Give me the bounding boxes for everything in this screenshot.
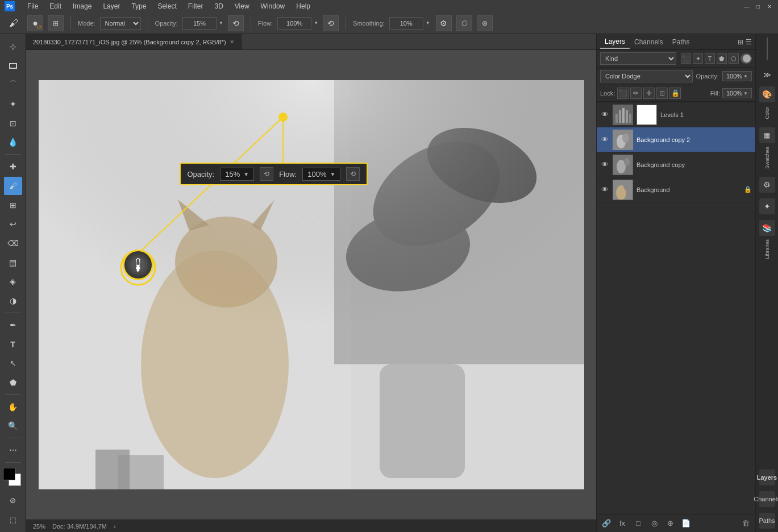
- healing-btn[interactable]: ✚: [4, 157, 22, 176]
- opacity-jitter-button[interactable]: ⟲: [228, 15, 244, 31]
- layer-item-bg-copy2[interactable]: 👁 Background copy 2: [597, 127, 755, 152]
- menu-3d[interactable]: 3D: [213, 2, 224, 10]
- maximize-button[interactable]: □: [754, 2, 762, 10]
- pen-btn[interactable]: ✒: [4, 316, 22, 334]
- brush-pressure-button[interactable]: ⬡: [456, 15, 472, 31]
- blend-opacity-value[interactable]: 100% ▼: [722, 71, 752, 81]
- menu-layer[interactable]: Layer: [102, 2, 121, 10]
- blur-btn[interactable]: ◈: [4, 273, 22, 291]
- brush-tool-btn[interactable]: 🖌: [4, 177, 22, 195]
- visibility-levels1-icon[interactable]: 👁: [600, 110, 609, 119]
- tab-close-button[interactable]: ✕: [230, 39, 234, 45]
- path-select-btn[interactable]: ↖: [4, 354, 22, 372]
- marquee-tool-btn[interactable]: [4, 57, 22, 75]
- visibility-bg-icon[interactable]: 👁: [600, 185, 609, 194]
- more-tools-btn[interactable]: ⋯: [4, 441, 22, 459]
- flow-value[interactable]: 100%: [277, 17, 311, 30]
- kind-select[interactable]: Kind: [600, 52, 676, 65]
- fill-value[interactable]: 100% ▼: [722, 88, 752, 98]
- collapse-panel-btn[interactable]: ≫: [759, 66, 776, 83]
- layers-tab[interactable]: Layers: [600, 35, 630, 49]
- blend-mode-select[interactable]: Color Dodge Normal Multiply: [600, 70, 693, 82]
- move-tool-btn[interactable]: ⊹: [4, 38, 22, 56]
- eyedropper-btn[interactable]: 💧: [4, 134, 22, 152]
- filter-toggle[interactable]: [740, 53, 752, 64]
- libraries-panel-label[interactable]: Libraries: [764, 239, 770, 259]
- swatches-panel-label[interactable]: Swatches: [764, 147, 770, 169]
- group-btn[interactable]: ⊕: [664, 517, 676, 530]
- menu-file[interactable]: File: [26, 2, 39, 10]
- menu-select[interactable]: Select: [156, 2, 177, 10]
- tool-preset-button[interactable]: 🖌: [5, 14, 23, 32]
- layer-item-background[interactable]: 👁 Background 🔒: [597, 177, 755, 202]
- gradient-btn[interactable]: ▤: [4, 253, 22, 272]
- smoothing-dropdown-arrow[interactable]: ▼: [426, 20, 430, 26]
- link-layers-btn[interactable]: 🔗: [600, 517, 613, 530]
- menu-filter[interactable]: Filter: [187, 2, 205, 10]
- brush-toggle-button[interactable]: ⊞: [48, 15, 64, 31]
- type-filter-icon[interactable]: T: [705, 53, 715, 64]
- zoom-btn[interactable]: 🔍: [4, 417, 22, 435]
- smart-filter-icon[interactable]: ⬡: [729, 53, 739, 64]
- menu-help[interactable]: Help: [295, 2, 311, 10]
- panel-menu-icon[interactable]: ☰: [746, 38, 752, 46]
- eraser-btn[interactable]: ⌫: [4, 234, 22, 252]
- adjustment-btn[interactable]: ◎: [648, 517, 660, 530]
- brush-symmetry-button[interactable]: ⊛: [477, 15, 493, 31]
- layers-side-btn[interactable]: Layers: [759, 469, 775, 485]
- dodge-btn[interactable]: ◑: [4, 292, 22, 310]
- smoothing-value[interactable]: 10%: [389, 17, 423, 30]
- channels-tab[interactable]: Channels: [630, 36, 668, 48]
- menu-edit[interactable]: Edit: [48, 2, 63, 10]
- menu-window[interactable]: Window: [260, 2, 286, 10]
- layer-effects-btn[interactable]: fx: [616, 517, 629, 530]
- layer-item-bg-copy[interactable]: 👁 Background copy: [597, 152, 755, 177]
- menu-view[interactable]: View: [234, 2, 251, 10]
- lock-all-icon[interactable]: 🔒: [669, 88, 681, 99]
- lock-pixels-icon[interactable]: ⬛: [617, 88, 629, 99]
- pixel-filter-icon[interactable]: ⬛: [681, 53, 691, 64]
- shape-btn[interactable]: ⬟: [4, 373, 22, 392]
- visibility-bgcopy-icon[interactable]: 👁: [600, 160, 609, 169]
- panel-expand-icon[interactable]: ⊞: [738, 38, 743, 46]
- color-panel-btn[interactable]: 🎨: [759, 86, 775, 102]
- adjustments-panel-btn[interactable]: ✦: [759, 198, 775, 214]
- minimize-button[interactable]: —: [743, 2, 751, 10]
- flow-jitter-button[interactable]: ⟲: [323, 15, 339, 31]
- swatches-panel-btn[interactable]: ▦: [759, 127, 775, 143]
- lock-artboard-icon[interactable]: ⊡: [656, 88, 668, 99]
- screen-mode-btn[interactable]: ⬚: [4, 510, 22, 529]
- properties-panel-btn[interactable]: ⚙: [759, 177, 775, 193]
- menu-type[interactable]: Type: [130, 2, 147, 10]
- smoothing-settings-button[interactable]: ⚙: [436, 15, 452, 31]
- channels-side-btn[interactable]: Channels: [759, 491, 775, 507]
- quick-select-btn[interactable]: ✦: [4, 95, 22, 113]
- color-panel-label[interactable]: Color: [764, 107, 770, 119]
- libraries-panel-btn[interactable]: 📚: [759, 220, 775, 236]
- canvas-wrapper[interactable]: 🖌 Opacity: 15% ▼ ⟲ Flow: 100% ▼: [26, 50, 596, 519]
- new-layer-btn[interactable]: 📄: [680, 517, 692, 530]
- text-btn[interactable]: T: [4, 335, 22, 354]
- lock-move-icon[interactable]: ✛: [643, 88, 655, 99]
- paths-tab[interactable]: Paths: [668, 36, 694, 48]
- foreground-color[interactable]: [3, 468, 15, 480]
- close-button[interactable]: ✕: [765, 2, 773, 10]
- document-tab[interactable]: 20180330_172737171_iOS.jpg @ 25% (Backgr…: [26, 34, 242, 49]
- mode-select[interactable]: Normal Dissolve Multiply Screen: [100, 17, 141, 30]
- hand-btn[interactable]: ✋: [4, 398, 22, 416]
- crop-tool-btn[interactable]: ⊡: [4, 114, 22, 132]
- history-brush-btn[interactable]: ↩: [4, 215, 22, 233]
- add-mask-btn[interactable]: □: [632, 517, 644, 530]
- visibility-bgcopy2-icon[interactable]: 👁: [600, 135, 609, 144]
- delete-layer-btn[interactable]: 🗑: [739, 517, 752, 530]
- opacity-value[interactable]: 15%: [182, 17, 217, 30]
- paths-side-btn[interactable]: Paths: [759, 513, 775, 529]
- brush-size-button[interactable]: ● 13: [27, 15, 43, 31]
- flow-dropdown-arrow[interactable]: ▼: [314, 20, 318, 26]
- clone-btn[interactable]: ⊞: [4, 196, 22, 214]
- layer-item-levels1[interactable]: 👁 Levels 1: [597, 102, 755, 127]
- lock-draw-icon[interactable]: ✏: [630, 88, 642, 99]
- quick-mask-btn[interactable]: ⊘: [4, 492, 22, 510]
- adjustment-filter-icon[interactable]: ✦: [693, 53, 703, 64]
- lasso-tool-btn[interactable]: ⌒: [4, 76, 22, 94]
